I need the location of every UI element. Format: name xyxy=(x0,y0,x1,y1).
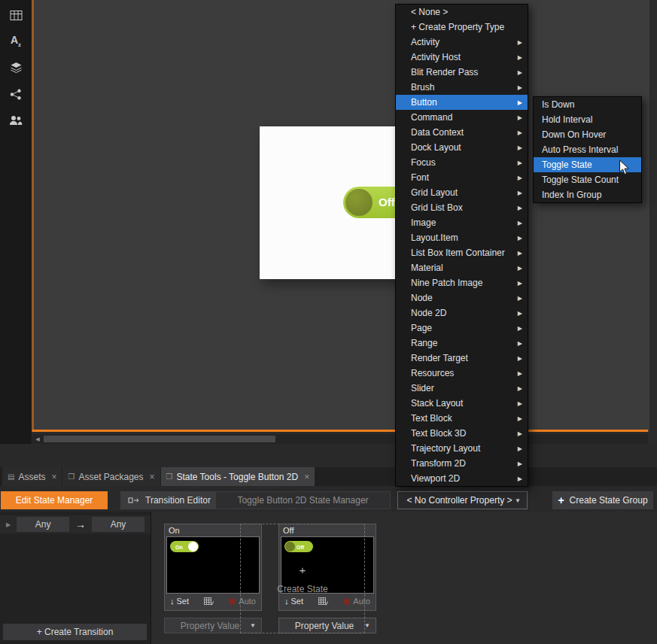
menu-item[interactable]: Blit Render Pass ▶ xyxy=(396,65,528,80)
submenu-arrow-icon: ▶ xyxy=(518,54,522,61)
preview-canvas: Off ◀ xyxy=(32,0,657,444)
submenu-arrow-icon: ▶ xyxy=(518,310,522,317)
menu-item-label: Button xyxy=(411,97,513,108)
menu-item[interactable]: List Box Item Container ▶ xyxy=(396,245,528,260)
design-surface: Off xyxy=(260,126,410,279)
submenu-item[interactable]: Index In Group xyxy=(534,187,641,202)
controller-property-dropdown[interactable]: < No Controller Property > ▼ xyxy=(397,491,528,509)
create-state-group-button[interactable]: + Create State Group xyxy=(552,491,653,509)
submenu-arrow-icon: ▶ xyxy=(518,400,522,407)
menu-item[interactable]: Node ▶ xyxy=(396,290,528,305)
menu-item-label: Text Block 3D xyxy=(411,428,513,439)
create-state-label: Create State xyxy=(277,584,327,594)
menu-item[interactable]: Viewport 2D ▶ xyxy=(396,471,528,486)
menu-item-label: Nine Patch Image xyxy=(411,278,513,288)
submenu-item[interactable]: Auto Press Interval xyxy=(534,142,641,157)
menu-item[interactable]: Focus ▶ xyxy=(396,155,528,170)
table-view-icon[interactable] xyxy=(8,7,24,23)
menu-item[interactable]: Layout.Item ▶ xyxy=(396,230,528,245)
menu-item[interactable]: Button ▶ xyxy=(396,95,528,110)
submenu-item[interactable]: Is Down xyxy=(534,97,641,112)
menu-item[interactable]: Range ▶ xyxy=(396,336,528,351)
menu-item[interactable]: Data Context ▶ xyxy=(396,125,528,140)
submenu-arrow-icon: ▶ xyxy=(518,220,522,226)
menu-item-label: + Create Property Type xyxy=(411,22,518,32)
transition-row[interactable]: ▶ Any → Any xyxy=(0,515,151,533)
menu-item[interactable]: Image ▶ xyxy=(396,215,528,230)
menu-item-label: Activity xyxy=(411,37,513,47)
create-transition-button[interactable]: + Create Transition xyxy=(3,624,147,640)
table-edit-icon[interactable] xyxy=(204,597,214,606)
transition-editor-button[interactable]: Transition Editor xyxy=(120,491,218,509)
left-toolbar: Az xyxy=(0,0,32,444)
horizontal-scrollbar[interactable]: ◀ xyxy=(32,434,648,444)
tab-close-icon[interactable]: × xyxy=(150,472,155,482)
menu-item[interactable]: Text Block ▶ xyxy=(396,411,528,426)
menu-item[interactable]: Text Block 3D ▶ xyxy=(396,426,528,441)
transition-editor-icon xyxy=(128,496,140,505)
mini-toggle-knob xyxy=(188,542,198,551)
menu-item[interactable]: Brush ▶ xyxy=(396,80,528,95)
set-label: Set xyxy=(177,597,190,606)
transition-editor-label: Transition Editor xyxy=(145,495,211,506)
users-icon[interactable] xyxy=(8,112,24,129)
submenu-item[interactable]: Down On Hover xyxy=(534,127,641,142)
menu-item[interactable]: Grid Layout ▶ xyxy=(396,185,528,200)
menu-item[interactable]: Grid List Box ▶ xyxy=(396,200,528,215)
preview-viewport[interactable]: Off xyxy=(32,0,649,432)
layers-icon[interactable] xyxy=(8,59,24,76)
down-arrow-icon: ↓ xyxy=(170,597,175,606)
menu-item[interactable]: Render Target ▶ xyxy=(396,351,528,366)
scrollbar-thumb[interactable] xyxy=(44,436,275,442)
submenu-arrow-icon: ▶ xyxy=(518,69,522,76)
menu-item[interactable]: Node 2D ▶ xyxy=(396,305,528,320)
panel-tab[interactable]: ▤ Assets × xyxy=(2,467,62,486)
expander-icon[interactable]: ▶ xyxy=(6,521,11,528)
menu-item[interactable]: Command ▶ xyxy=(396,110,528,125)
menu-item[interactable]: Nine Patch Image ▶ xyxy=(396,275,528,290)
menu-item-label: Node xyxy=(411,293,513,303)
property-type-menu: < None > + Create Property Type Activity… xyxy=(395,4,528,487)
toggle-label: Off xyxy=(379,187,395,218)
submenu-arrow-icon: ▶ xyxy=(518,295,522,302)
menu-item-label: Font xyxy=(411,172,513,183)
submenu-arrow-icon: ▶ xyxy=(518,475,522,482)
edit-state-manager-button[interactable]: Edit State Manager xyxy=(1,491,108,509)
menu-item[interactable]: Resources ▶ xyxy=(396,366,528,381)
menu-item-label: Render Target xyxy=(411,353,513,363)
menu-item-label: Node 2D xyxy=(411,308,513,318)
scroll-left-icon[interactable]: ◀ xyxy=(32,434,43,444)
submenu-arrow-icon: ▶ xyxy=(518,445,522,452)
panel-tab[interactable]: ❒ Asset Packages × xyxy=(62,467,160,486)
menu-item[interactable]: Dock Layout ▶ xyxy=(396,140,528,155)
menu-item[interactable]: Page ▶ xyxy=(396,320,528,336)
transition-from[interactable]: Any xyxy=(17,517,69,532)
transitions-panel: ▶ Any → Any + Create Transition xyxy=(0,512,151,644)
create-state-group-label: Create State Group xyxy=(570,495,648,506)
set-button[interactable]: ↓ Set xyxy=(170,597,189,606)
panel-tab[interactable]: ❐ State Tools - Toggle Button 2D × xyxy=(161,467,315,486)
menu-item-label: < None > xyxy=(411,7,518,17)
menu-item[interactable]: Font ▶ xyxy=(396,170,528,185)
transition-to[interactable]: Any xyxy=(92,517,144,532)
submenu-item-label: Auto Press Interval xyxy=(542,144,636,155)
menu-item-label: Command xyxy=(411,112,513,123)
submenu-item[interactable]: Hold Interval xyxy=(534,112,641,127)
menu-item-label: Data Context xyxy=(411,127,513,138)
font-styles-icon[interactable]: Az xyxy=(8,33,24,50)
node-graph-icon[interactable] xyxy=(8,86,24,102)
menu-item[interactable]: Transform 2D ▶ xyxy=(396,456,528,471)
menu-item[interactable]: Material ▶ xyxy=(396,260,528,275)
menu-item[interactable]: < None > xyxy=(396,5,528,20)
menu-item[interactable]: + Create Property Type xyxy=(396,20,528,35)
submenu-arrow-icon: ▶ xyxy=(518,265,522,272)
tab-close-icon[interactable]: × xyxy=(304,472,309,482)
record-dot-icon xyxy=(229,598,236,605)
menu-item[interactable]: Stack Layout ▶ xyxy=(396,396,528,411)
menu-item[interactable]: Activity ▶ xyxy=(396,35,528,50)
menu-item[interactable]: Trajectory Layout ▶ xyxy=(396,441,528,456)
tab-close-icon[interactable]: × xyxy=(51,472,56,482)
menu-item[interactable]: Activity Host ▶ xyxy=(396,50,528,65)
menu-item[interactable]: Slider ▶ xyxy=(396,381,528,396)
create-state-dropzone[interactable]: + Create State xyxy=(240,524,365,633)
